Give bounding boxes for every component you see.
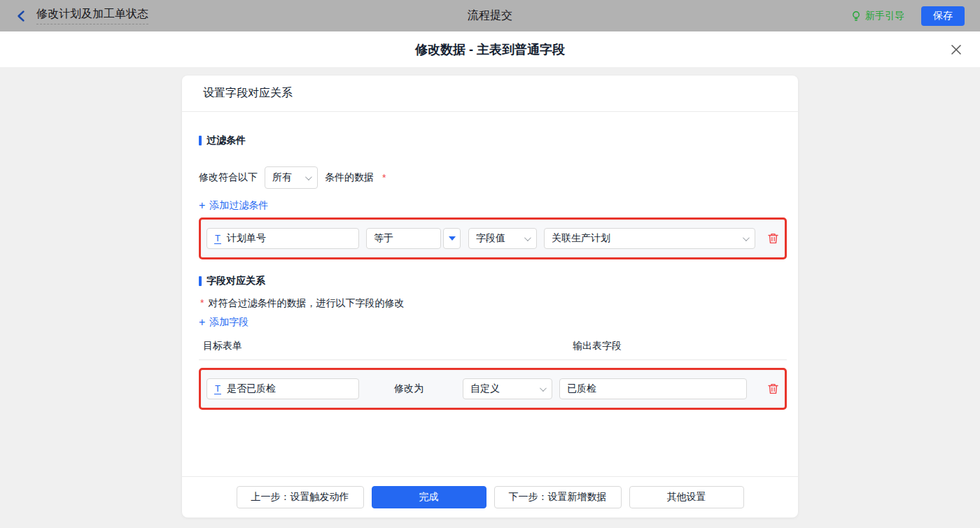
chevron-down-icon — [743, 234, 750, 241]
close-icon — [950, 43, 962, 56]
flow-title[interactable]: 修改计划及加工单状态 — [36, 7, 148, 24]
lightbulb-icon — [850, 10, 862, 22]
delete-condition-button[interactable] — [767, 232, 779, 245]
beginner-guide-link[interactable]: 新手引导 — [850, 10, 904, 22]
match-prefix-label: 修改符合以下 — [199, 171, 258, 184]
beginner-guide-label: 新手引导 — [865, 10, 904, 22]
filter-condition-row-highlight: T 计划单号 等于 字段值 关联生产计划 — [199, 217, 787, 259]
condition-operator-value: 等于 — [374, 232, 393, 245]
column-target-form: 目标表单 — [203, 340, 573, 352]
chevron-down-icon — [524, 234, 531, 241]
add-filter-condition-label: 添加过滤条件 — [209, 199, 268, 212]
target-field-select[interactable]: T 是否已质检 — [206, 378, 359, 399]
required-asterisk: * — [200, 297, 204, 308]
settings-card: 设置字段对应关系 过滤条件 修改符合以下 所有 条件的数据 * + 添加过滤条件 — [182, 76, 798, 518]
section-bar-accent — [199, 276, 202, 286]
trash-icon — [767, 232, 779, 245]
plus-icon: + — [199, 317, 205, 328]
back-button[interactable] — [15, 10, 28, 22]
condition-operator-select[interactable]: 等于 — [366, 228, 441, 249]
column-output-field: 输出表字段 — [573, 340, 622, 352]
modal-close-button[interactable] — [949, 43, 963, 57]
trash-icon — [767, 383, 779, 395]
match-mode-value: 所有 — [272, 171, 292, 184]
condition-field-value: 计划单号 — [227, 232, 266, 245]
condition-value-select[interactable]: 关联生产计划 — [544, 228, 755, 249]
prev-step-button[interactable]: 上一步：设置触发动作 — [237, 486, 364, 508]
value-mode-value: 自定义 — [470, 383, 500, 395]
save-button[interactable]: 保存 — [921, 6, 965, 26]
add-field-link[interactable]: + 添加字段 — [199, 316, 248, 329]
mapping-section-title: 字段对应关系 — [199, 275, 787, 287]
mapping-description: 对符合过滤条件的数据，进行以下字段的修改 — [208, 297, 404, 310]
chevron-down-icon — [305, 173, 312, 180]
modify-to-label: 修改为 — [394, 383, 424, 395]
top-toolbar: 修改计划及加工单状态 流程提交 新手引导 保存 — [0, 0, 980, 31]
mapping-description-row: * 对符合过滤条件的数据，进行以下字段的修改 — [199, 297, 787, 310]
value-mode-select[interactable]: 自定义 — [463, 378, 552, 399]
filter-match-row: 修改符合以下 所有 条件的数据 * — [199, 166, 787, 189]
plus-icon: + — [199, 200, 205, 211]
chevron-left-icon — [15, 10, 28, 22]
target-field-value: 是否已质检 — [227, 383, 276, 395]
filter-section-label: 过滤条件 — [206, 134, 246, 147]
mapping-section-label: 字段对应关系 — [206, 275, 265, 287]
chevron-down-icon — [540, 385, 547, 392]
condition-field-select[interactable]: T 计划单号 — [206, 228, 359, 249]
mapping-columns-header: 目标表单 输出表字段 — [199, 340, 787, 360]
required-asterisk: * — [382, 172, 386, 183]
value-type-select[interactable]: 字段值 — [468, 228, 537, 249]
other-settings-button[interactable]: 其他设置 — [629, 486, 744, 508]
text-field-icon: T — [214, 234, 221, 244]
modal-header: 修改数据 - 主表到普通字段 — [0, 31, 980, 68]
add-filter-condition-link[interactable]: + 添加过滤条件 — [199, 199, 268, 212]
condition-value: 关联生产计划 — [552, 232, 610, 245]
triangle-down-icon — [449, 236, 456, 241]
section-bar-accent — [199, 136, 202, 145]
next-step-button[interactable]: 下一步：设置新增数据 — [494, 486, 622, 508]
match-suffix-label: 条件的数据 — [325, 171, 374, 184]
card-header-title: 设置字段对应关系 — [182, 76, 798, 112]
value-type-value: 字段值 — [476, 232, 505, 245]
card-footer: 上一步：设置触发动作 完成 下一步：设置新增数据 其他设置 — [182, 476, 798, 518]
modal-title: 修改数据 - 主表到普通字段 — [415, 41, 565, 58]
operator-dropdown-trigger[interactable] — [443, 228, 461, 249]
add-field-label: 添加字段 — [209, 316, 248, 329]
text-field-icon: T — [214, 384, 221, 394]
page: 修改计划及加工单状态 流程提交 新手引导 保存 修改数据 - 主表到普通字段 — [0, 0, 980, 528]
delete-mapping-button[interactable] — [767, 383, 779, 395]
filter-section-title: 过滤条件 — [199, 134, 787, 147]
output-value-input[interactable] — [559, 378, 747, 399]
match-mode-select[interactable]: 所有 — [265, 166, 318, 189]
mapping-row-highlight: T 是否已质检 修改为 自定义 — [199, 368, 787, 410]
done-button[interactable]: 完成 — [372, 486, 486, 508]
